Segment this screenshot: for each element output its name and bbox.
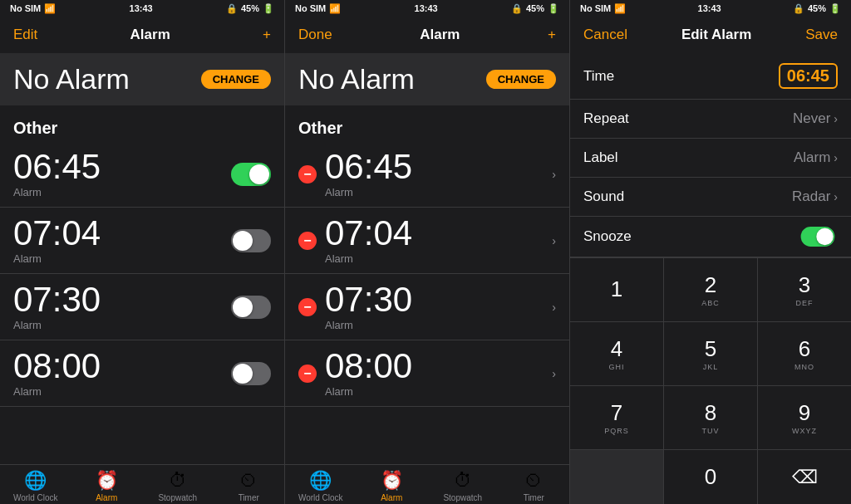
sound-label: Sound bbox=[583, 188, 624, 205]
num-5-button[interactable]: 5 JKL bbox=[664, 322, 757, 385]
num-4-button[interactable]: 4 GHI bbox=[570, 322, 663, 385]
num-3-button[interactable]: 3 DEF bbox=[758, 258, 851, 321]
change-button-2[interactable]: CHANGE bbox=[486, 70, 556, 89]
add-alarm-button-2[interactable]: + bbox=[548, 27, 556, 43]
num-8-label: 8 bbox=[705, 400, 716, 426]
time-field-value: 06:45 bbox=[779, 63, 838, 89]
alarm-info-0800: 08:00 Alarm bbox=[13, 349, 231, 398]
num-1-button[interactable]: 1 bbox=[570, 258, 663, 321]
alarm-label-0800: Alarm bbox=[13, 385, 231, 398]
alarm-info-0704: 07:04 Alarm bbox=[13, 216, 231, 265]
alarm-icon-1: ⏰ bbox=[96, 470, 118, 492]
alarm-edit-info-0800: 08:00 Alarm bbox=[325, 349, 545, 398]
num-4-label: 4 bbox=[611, 336, 622, 362]
alarm-list-1: 06:45 Alarm 07:04 Alarm 07:30 Alarm bbox=[0, 141, 284, 464]
edit-button[interactable]: Edit bbox=[13, 27, 37, 43]
num-5-label: 5 bbox=[705, 336, 716, 362]
done-button[interactable]: Done bbox=[298, 27, 332, 43]
alarm-time-0645: 06:45 bbox=[13, 149, 231, 184]
worldclock-icon-2: 🌐 bbox=[309, 470, 332, 492]
toggle-0645[interactable] bbox=[231, 163, 271, 186]
tab-timer-1[interactable]: ⏲ Timer bbox=[214, 470, 285, 502]
panel-alarm-normal: No SIM 📶 13:43 🔒 45% 🔋 Edit Alarm + No A… bbox=[0, 0, 285, 504]
chevron-0730: › bbox=[552, 301, 556, 314]
delete-0800-button[interactable]: − bbox=[298, 365, 317, 383]
num-6-button[interactable]: 6 MNO bbox=[758, 322, 851, 385]
delete-0645-button[interactable]: − bbox=[298, 165, 317, 183]
nav-bar-1: Edit Alarm + bbox=[0, 17, 284, 53]
alarm-edit-item-0730: − 07:30 Alarm › bbox=[285, 274, 569, 340]
alarm-title-2: Alarm bbox=[420, 27, 460, 43]
edit-alarm-title: Edit Alarm bbox=[681, 27, 751, 43]
no-alarm-bar-1: No Alarm CHANGE bbox=[0, 53, 284, 105]
alarm-label-tab-2: Alarm bbox=[381, 493, 402, 502]
timer-label-1: Timer bbox=[239, 493, 259, 502]
tab-alarm-2[interactable]: ⏰ Alarm bbox=[357, 470, 428, 502]
toggle-0800[interactable] bbox=[231, 362, 271, 385]
tab-worldclock-1[interactable]: 🌐 World Clock bbox=[0, 470, 71, 502]
delete-0730-button[interactable]: − bbox=[298, 298, 317, 316]
no-alarm-text-2: No Alarm bbox=[298, 63, 415, 95]
label-field-value: Alarm › bbox=[794, 149, 838, 166]
battery-lock-3: 🔒 bbox=[793, 3, 804, 14]
timer-icon-2: ⏲ bbox=[524, 470, 543, 492]
alarm-edit-info-0704: 07:04 Alarm bbox=[325, 216, 545, 265]
alarm-title-1: Alarm bbox=[130, 27, 170, 43]
status-bar-1: No SIM 📶 13:43 🔒 45% 🔋 bbox=[0, 0, 284, 17]
tab-worldclock-2[interactable]: 🌐 World Clock bbox=[285, 470, 357, 502]
battery-3: 45% bbox=[808, 3, 826, 13]
battery-icon-3: 🔋 bbox=[829, 3, 841, 14]
snooze-toggle[interactable] bbox=[801, 227, 835, 247]
tab-bar-2: 🌐 World Clock ⏰ Alarm ⏱ Stopwatch ⏲ Time… bbox=[285, 464, 569, 504]
repeat-chevron-icon: › bbox=[834, 112, 838, 125]
label-row[interactable]: Label Alarm › bbox=[570, 139, 851, 178]
num-9-button[interactable]: 9 WXYZ bbox=[758, 386, 851, 449]
stopwatch-icon-2: ⏱ bbox=[454, 470, 472, 492]
cancel-button[interactable]: Cancel bbox=[583, 27, 627, 43]
toggle-0730[interactable] bbox=[231, 296, 271, 319]
sound-row[interactable]: Sound Radar › bbox=[570, 178, 851, 217]
repeat-value: Never › bbox=[793, 110, 838, 127]
toggle-0704[interactable] bbox=[231, 229, 271, 252]
alarm-edit-info-0730: 07:30 Alarm bbox=[325, 282, 545, 331]
repeat-label: Repeat bbox=[583, 110, 629, 127]
num-8-sub: TUV bbox=[702, 427, 720, 435]
tab-timer-2[interactable]: ⏲ Timer bbox=[499, 470, 570, 502]
numpad: 1 2 ABC 3 DEF 4 GHI 5 JKL 6 MNO 7 PQRS 8 bbox=[570, 257, 851, 504]
sound-chevron-icon: › bbox=[834, 190, 838, 203]
tab-alarm-1[interactable]: ⏰ Alarm bbox=[71, 470, 143, 502]
alarm-edit-label-0645: Alarm bbox=[325, 186, 545, 198]
sound-value: Radar › bbox=[792, 188, 838, 205]
num-0-button[interactable]: 0 bbox=[664, 450, 757, 504]
repeat-row[interactable]: Repeat Never › bbox=[570, 100, 851, 139]
delete-button[interactable]: ⌫ bbox=[758, 450, 851, 504]
timer-label-2: Timer bbox=[524, 493, 544, 502]
delete-0704-button[interactable]: − bbox=[298, 232, 317, 250]
no-alarm-text-1: No Alarm bbox=[13, 63, 130, 95]
wifi-icon-3: 📶 bbox=[614, 3, 626, 14]
snooze-label: Snooze bbox=[583, 228, 632, 245]
carrier-2: No SIM bbox=[295, 3, 326, 13]
add-alarm-button-1[interactable]: + bbox=[263, 27, 271, 43]
tab-stopwatch-1[interactable]: ⏱ Stopwatch bbox=[142, 470, 214, 502]
num-9-label: 9 bbox=[799, 400, 810, 426]
snooze-row: Snooze bbox=[570, 217, 851, 257]
worldclock-label-1: World Clock bbox=[13, 493, 58, 502]
status-bar-3: No SIM 📶 13:43 🔒 45% 🔋 bbox=[570, 0, 851, 17]
alarm-item-0645: 06:45 Alarm bbox=[0, 141, 284, 208]
num-3-sub: DEF bbox=[796, 299, 814, 307]
chevron-0800: › bbox=[552, 367, 556, 380]
stopwatch-icon-1: ⏱ bbox=[169, 470, 187, 492]
tab-stopwatch-2[interactable]: ⏱ Stopwatch bbox=[427, 470, 499, 502]
alarm-label-0645: Alarm bbox=[13, 186, 231, 198]
num-7-button[interactable]: 7 PQRS bbox=[570, 386, 663, 449]
stopwatch-label-1: Stopwatch bbox=[158, 493, 197, 502]
alarm-list-2: − 06:45 Alarm › − 07:04 Alarm › − 07:30 … bbox=[285, 141, 569, 464]
battery-2: 45% bbox=[526, 3, 544, 13]
change-button-1[interactable]: CHANGE bbox=[201, 70, 271, 89]
time-1: 13:43 bbox=[130, 3, 153, 13]
num-8-button[interactable]: 8 TUV bbox=[664, 386, 757, 449]
num-2-button[interactable]: 2 ABC bbox=[664, 258, 757, 321]
save-button[interactable]: Save bbox=[805, 27, 838, 43]
alarm-edit-label-0704: Alarm bbox=[325, 252, 545, 265]
